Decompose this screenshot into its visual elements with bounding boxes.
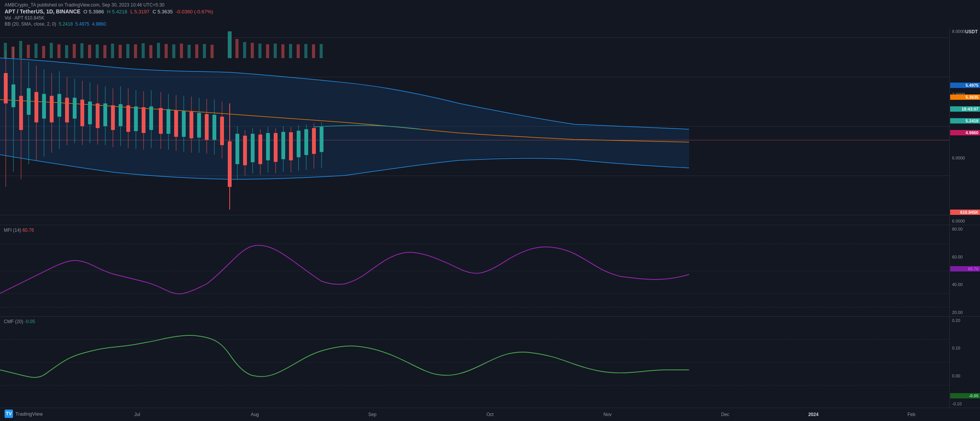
time-label-nov: Nov [604, 412, 612, 417]
cmf-level-02: 0.20 [952, 318, 978, 323]
svg-rect-90 [50, 43, 53, 58]
svg-rect-67 [258, 135, 262, 164]
close-price-badge: 5.3635 [950, 94, 980, 100]
cmf-value-badge: -0.05 [950, 393, 980, 398]
svg-rect-124 [320, 44, 323, 58]
vol-badge: 610.845K [950, 210, 980, 215]
mfi-label: MFI (14) 60.76 [4, 228, 34, 233]
svg-rect-121 [297, 44, 300, 58]
svg-rect-117 [266, 44, 269, 58]
price-change: -0.0360 (-0.67%) [176, 9, 213, 15]
mfi-level-60: 60.00 [952, 255, 978, 259]
mfi-level-20: 20.00 [952, 310, 978, 315]
time-label-feb: Feb [907, 412, 915, 417]
svg-rect-97 [103, 45, 106, 58]
mfi-level-80: 80.00 [952, 227, 978, 231]
main-price-chart: 8.0000 7.0000 6.0000 6.0000 USDT 5.4975 … [0, 28, 980, 225]
cmf-line [0, 335, 689, 377]
svg-rect-116 [258, 44, 261, 58]
svg-rect-19 [73, 98, 77, 119]
price-level-5: 6.0000 [952, 219, 978, 223]
cmf-svg [0, 317, 949, 408]
cmf-level-neg01: -0.10 [952, 401, 978, 406]
svg-rect-69 [266, 133, 270, 160]
ohlc-line: APT / TetherUS, 1D, BINANCE O 5.3986 H 5… [5, 8, 975, 15]
svg-rect-9 [34, 92, 38, 122]
cmf-chart: CMF (20) -0.05 0.20 0.10 0.00 -0.10 -0.0… [0, 317, 980, 408]
svg-rect-41 [159, 108, 163, 133]
trading-pair: APT / TetherUS, 1D, BINANCE [5, 8, 80, 15]
svg-rect-5 [19, 96, 23, 130]
svg-rect-73 [281, 132, 285, 159]
svg-rect-59 [228, 141, 232, 187]
svg-rect-102 [142, 43, 145, 58]
svg-rect-13 [50, 96, 54, 122]
low-value: L 5.3197 [130, 9, 149, 15]
volume-bars [4, 31, 323, 58]
cmf-level-01: 0.10 [952, 346, 978, 350]
mfi-value-badge: 60.76 [950, 266, 980, 271]
time-label-aug: Aug [251, 412, 259, 417]
bb-lower-badge: 4.9860 [950, 130, 980, 135]
svg-rect-31 [119, 104, 122, 126]
svg-rect-11 [42, 94, 46, 119]
svg-rect-61 [235, 134, 239, 164]
volume-bars-svg [0, 28, 949, 58]
cmf-label: CMF (20) -0.05 [4, 319, 35, 324]
chart-container: AMBCrypto_TA published on TradingView.co… [0, 0, 980, 421]
high-value: H 5.4218 [107, 9, 127, 15]
svg-rect-106 [172, 44, 175, 58]
svg-rect-77 [297, 131, 301, 157]
svg-rect-122 [304, 44, 307, 58]
svg-rect-75 [289, 132, 293, 160]
time-badge: 18:43:07 [950, 106, 980, 112]
price-level-6: 6.0000 [952, 156, 978, 160]
svg-rect-85 [11, 47, 15, 58]
svg-rect-100 [126, 44, 129, 58]
svg-rect-81 [312, 128, 316, 154]
svg-rect-118 [274, 44, 277, 58]
main-chart-right-axis: 8.0000 7.0000 6.0000 6.0000 USDT [949, 28, 980, 225]
svg-rect-43 [167, 109, 170, 133]
time-label-oct: Oct [487, 412, 494, 417]
bb-upper-badge: 5.4975 [950, 83, 980, 88]
svg-rect-98 [111, 44, 114, 58]
svg-rect-23 [88, 101, 92, 124]
svg-rect-57 [220, 117, 224, 145]
published-info: AMBCrypto_TA published on TradingView.co… [5, 2, 975, 8]
mfi-level-40: 40.00 [952, 282, 978, 287]
svg-rect-120 [289, 44, 292, 58]
svg-rect-49 [189, 112, 193, 138]
svg-rect-108 [188, 45, 191, 58]
svg-rect-33 [126, 105, 130, 132]
svg-rect-39 [149, 106, 153, 130]
chart-header: AMBCrypto_TA published on TradingView.co… [0, 0, 980, 28]
svg-rect-17 [65, 98, 69, 122]
svg-rect-114 [243, 42, 246, 58]
svg-rect-105 [165, 44, 168, 58]
svg-rect-123 [312, 44, 315, 58]
svg-rect-37 [142, 107, 145, 133]
svg-rect-86 [19, 41, 22, 58]
mfi-chart: MFI (14) 60.76 80.00 60.00 40.00 20.00 6… [0, 225, 980, 317]
svg-rect-109 [195, 44, 198, 58]
svg-rect-7 [27, 88, 31, 115]
svg-rect-103 [149, 45, 152, 58]
svg-rect-63 [243, 136, 247, 165]
svg-rect-94 [80, 43, 83, 58]
tv-logo-icon: TV [5, 410, 13, 418]
volume-line: Vol · APT 610.845K [5, 15, 975, 21]
close-value: C 5.3635 [153, 9, 173, 15]
svg-rect-95 [88, 45, 91, 58]
svg-rect-51 [197, 113, 201, 137]
bb-indicator-line: BB (20, SMA, close, 2, 0) 5.2418 5.4975 … [5, 21, 975, 27]
svg-rect-55 [212, 115, 216, 140]
time-label-jul: Jul [134, 412, 140, 417]
svg-rect-1 [4, 73, 8, 103]
svg-rect-83 [320, 127, 323, 152]
svg-rect-88 [34, 44, 38, 58]
svg-rect-71 [274, 133, 278, 162]
svg-rect-3 [11, 85, 15, 107]
svg-rect-93 [73, 44, 76, 58]
svg-rect-27 [103, 103, 107, 126]
